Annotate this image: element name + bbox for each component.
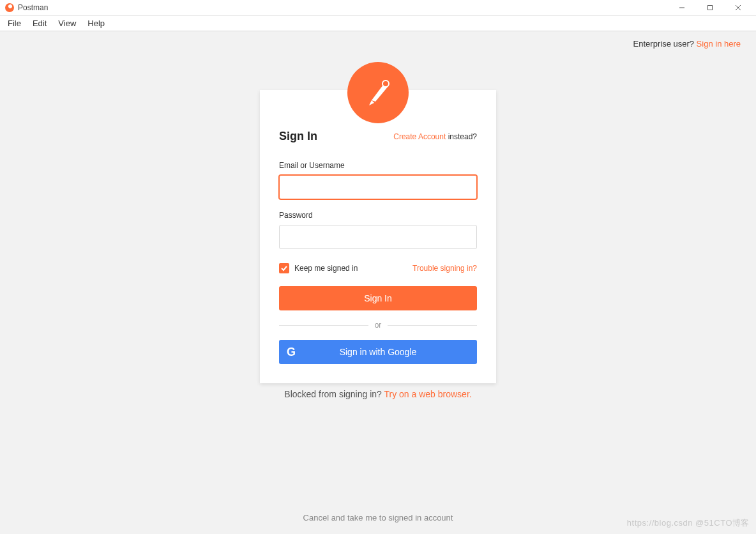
enterprise-signin-link[interactable]: Sign in here [697, 39, 741, 49]
divider-line-left [279, 325, 368, 326]
close-button[interactable] [725, 0, 751, 15]
menu-view[interactable]: View [53, 17, 81, 29]
menubar: File Edit View Help [0, 16, 756, 31]
try-browser-link[interactable]: Try on a web browser. [384, 389, 471, 399]
menu-edit[interactable]: Edit [27, 17, 52, 29]
blocked-text: Blocked from signing in? [284, 389, 384, 399]
trouble-signing-link[interactable]: Trouble signing in? [412, 264, 477, 273]
email-input[interactable] [279, 175, 477, 199]
window-controls [669, 0, 751, 15]
app-title: Postman [18, 3, 48, 12]
divider-line-right [388, 325, 477, 326]
signin-card: Sign In Create Account instead? Email or… [260, 90, 496, 383]
enterprise-prompt: Enterprise user? Sign in here [633, 39, 741, 49]
signin-heading: Sign In [279, 130, 317, 143]
titlebar: Postman [0, 0, 756, 16]
create-account-prompt: Create Account instead? [393, 132, 477, 141]
create-account-link[interactable]: Create Account [393, 132, 446, 141]
menu-help[interactable]: Help [82, 17, 110, 29]
enterprise-text: Enterprise user? [633, 39, 697, 49]
keep-signed-checkbox[interactable]: Keep me signed in [279, 263, 358, 273]
svg-rect-1 [708, 6, 713, 10]
google-signin-button[interactable]: G Sign in with Google [279, 340, 477, 364]
maximize-button[interactable] [697, 0, 723, 15]
checkbox-icon [279, 263, 289, 273]
card-header: Sign In Create Account instead? [279, 130, 477, 143]
or-text: or [375, 321, 382, 330]
postman-icon [5, 3, 14, 12]
or-divider: or [279, 321, 477, 330]
keep-signed-label: Keep me signed in [294, 264, 358, 273]
signin-button[interactable]: Sign In [279, 286, 477, 310]
menu-file[interactable]: File [3, 17, 26, 29]
title-left: Postman [5, 3, 48, 12]
watermark: https://blog.csdn @51CTO博客 [627, 517, 750, 529]
cancel-link[interactable]: Cancel and take me to signed in account [303, 513, 453, 523]
google-button-label: Sign in with Google [340, 347, 417, 357]
postman-logo [347, 62, 409, 123]
password-input[interactable] [279, 225, 477, 249]
email-label: Email or Username [279, 161, 477, 170]
options-row: Keep me signed in Trouble signing in? [279, 263, 477, 273]
minimize-button[interactable] [669, 0, 695, 15]
postman-logo-icon [358, 72, 398, 113]
password-label: Password [279, 211, 477, 220]
create-account-suffix: instead? [446, 132, 477, 141]
content-area: Enterprise user? Sign in here Sign In Cr… [0, 31, 756, 534]
google-icon: G [279, 340, 303, 364]
blocked-prompt: Blocked from signing in? Try on a web br… [284, 389, 471, 399]
